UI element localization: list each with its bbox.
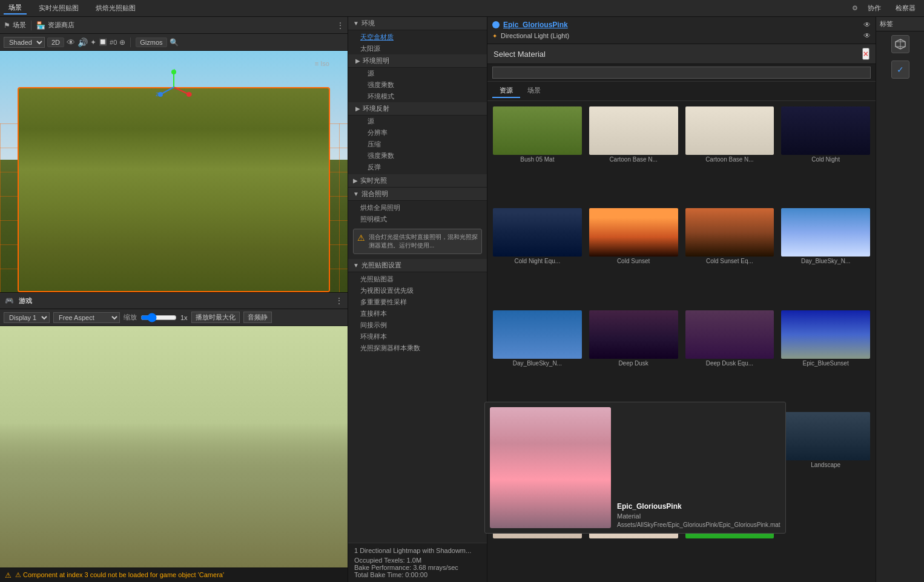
- ref-compression-row[interactable]: 压缩: [348, 139, 487, 150]
- selected-mat-name[interactable]: Epic_GloriousPink: [503, 21, 568, 29]
- multiple-importance-row[interactable]: 多重重要性采样: [348, 296, 487, 308]
- env-lighting-header[interactable]: ▶ 环境照明: [348, 54, 487, 68]
- mat-item-day-bluesky2[interactable]: Day_BlueSky_N...: [490, 307, 585, 408]
- scale-slider[interactable]: [140, 313, 177, 322]
- info-warning-icon: ⚠: [357, 233, 365, 243]
- indirect-samples-row[interactable]: 间接示例: [348, 319, 487, 331]
- lighting-mode-row[interactable]: 照明模式: [348, 214, 487, 225]
- top-bar-tab-collab[interactable]: 协作: [863, 2, 886, 14]
- store-label: 资源商店: [48, 21, 74, 30]
- mat-browser-close-btn[interactable]: ×: [862, 48, 870, 60]
- mat-thumb-epic-bluesunset: [781, 310, 870, 359]
- gizmos-btn[interactable]: Gizmos: [136, 38, 167, 47]
- prioritize-view-row[interactable]: 为视图设置优先级: [348, 285, 487, 296]
- direct-samples-row[interactable]: 直接样本: [348, 308, 487, 319]
- display-select[interactable]: Display 1: [4, 312, 50, 323]
- viewport-3d[interactable]: X Y Z ≡ Iso: [0, 51, 348, 292]
- mat-thumb-day-bluesky1: [781, 208, 870, 257]
- occupied-texels: Occupied Texels: 1.0M: [354, 557, 481, 564]
- env-intensity-row[interactable]: 强度乘数: [348, 79, 487, 91]
- mat-tab-assets[interactable]: 资源: [492, 84, 520, 98]
- selected-material-header: Epic_GloriousPink 👁 ✦ Directional Light …: [487, 17, 876, 44]
- game-more-icon[interactable]: ⋮: [335, 296, 343, 305]
- ref-bounces-row[interactable]: 反弹: [348, 162, 487, 173]
- env-reflections-header[interactable]: ▶ 环境反射: [348, 102, 487, 116]
- mat-browser-title-text: Select Material: [493, 50, 546, 59]
- maximize-btn[interactable]: 播放时最大化: [191, 312, 240, 323]
- mat-item-deep-dusk-eq[interactable]: Deep Dusk Equ...: [682, 307, 777, 408]
- environment-title: 环境: [361, 19, 375, 28]
- skybox-material-row[interactable]: 天空盒材质: [348, 31, 487, 43]
- mat-label-cold-sunset-eq: Cold Sunset Eq...: [685, 258, 774, 264]
- mat-item-bush[interactable]: Bush 05 Mat: [490, 103, 585, 204]
- dir-light-name[interactable]: Directional Light (Light): [501, 32, 569, 39]
- 2d-toggle[interactable]: 2D: [47, 38, 64, 47]
- mat-item-cold-sunset[interactable]: Cold Sunset: [586, 205, 681, 306]
- mat-item-landscape[interactable]: Landscape: [778, 409, 873, 509]
- mixed-lighting-header[interactable]: ▼ 混合照明: [348, 188, 487, 201]
- mat-tab-scene[interactable]: 场景: [520, 84, 548, 98]
- env-ref-label: 环境反射: [363, 104, 389, 113]
- env-source-row[interactable]: 源: [348, 68, 487, 79]
- mat-label-bush: Bush 05 Mat: [493, 156, 582, 163]
- sun-source-label: 太阳源: [360, 44, 482, 53]
- more-icon[interactable]: ⋮: [337, 21, 344, 30]
- scale-label: 缩放: [124, 313, 137, 322]
- mat-preview-name: Epic_GloriousPink: [617, 502, 780, 511]
- bake-gi-row[interactable]: 烘焙全局照明: [348, 202, 487, 214]
- mute-btn[interactable]: 音频静: [243, 312, 272, 323]
- mat-preview-thumb: [490, 407, 611, 528]
- env-samples-row[interactable]: 环境样本: [348, 331, 487, 342]
- top-bar-tab-inspector[interactable]: 检察器: [891, 2, 920, 14]
- dir-light-eye[interactable]: 👁: [863, 31, 871, 40]
- mat-color-dot: [492, 21, 500, 28]
- mat-eye-icon[interactable]: 👁: [863, 21, 871, 29]
- lightmap-settings-header[interactable]: ▼ 光照贴图设置: [348, 259, 487, 272]
- ref-resolution-row[interactable]: 分辨率: [348, 127, 487, 139]
- svg-text:X: X: [190, 91, 192, 97]
- top-bar-tab-scene[interactable]: 场景: [4, 2, 27, 15]
- mat-label-cold-sunset: Cold Sunset: [589, 258, 678, 264]
- mat-item-cold-night[interactable]: Cold Night: [778, 103, 873, 204]
- scene-icon: ⚑: [4, 21, 10, 30]
- ref-source-row[interactable]: 源: [348, 116, 487, 127]
- mat-item-cartoon1[interactable]: Cartoon Base N...: [586, 103, 681, 204]
- inspector-check-icon[interactable]: ✓: [891, 60, 909, 79]
- top-bar-tab-baked[interactable]: 烘焙光照贴图: [91, 2, 140, 14]
- environment-section-header[interactable]: ▼ 环境: [348, 17, 487, 30]
- mat-label-cartoon2: Cartoon Base N...: [685, 156, 774, 163]
- mixed-lighting-content: 烘焙全局照明 照明模式 ⚠ 混合灯光提供实时直接照明，混和光照探测器遮挡。运行时…: [348, 201, 487, 259]
- mat-item-cold-night-eq[interactable]: Cold Night Equ...: [490, 205, 585, 306]
- aspect-select[interactable]: Free Aspect: [53, 312, 120, 323]
- mat-item-cold-sunset-eq[interactable]: Cold Sunset Eq...: [682, 205, 777, 306]
- realtime-gi-header[interactable]: ▶ 实时光照: [348, 174, 487, 188]
- shading-mode-select[interactable]: Shaded: [4, 37, 45, 48]
- lightmap-arrow: ▼: [353, 262, 359, 269]
- viewport-game[interactable]: [0, 326, 348, 567]
- transform-icon: ⊕: [119, 38, 125, 47]
- mat-search-wrap: 🔍: [487, 64, 876, 82]
- shading-toolbar: Shaded 2D 👁 🔊 ✦ 🔲 #0 ⊕ Gizmos 🔍: [0, 34, 348, 51]
- env-intensity-label: 强度乘数: [368, 80, 482, 90]
- mat-item-deep-dusk[interactable]: Deep Dusk: [586, 307, 681, 408]
- mat-item-day-bluesky1[interactable]: Day_BlueSky_N...: [778, 205, 873, 306]
- total-bake-time: Total Bake Time: 0:00:00: [354, 571, 481, 578]
- mat-label-landscape: Landscape: [781, 462, 870, 468]
- mat-thumb-cold-sunset: [589, 208, 678, 257]
- mat-item-cartoon2[interactable]: Cartoon Base N...: [682, 103, 777, 204]
- mat-item-epic-bluesunset[interactable]: Epic_BlueSunset: [778, 307, 873, 408]
- top-bar-tab-realtime[interactable]: 实时光照贴图: [34, 2, 84, 14]
- mat-tabs: 资源 场景: [487, 82, 876, 101]
- lightprobe-samples-label: 光照探测器样本乘数: [360, 344, 482, 353]
- far-right-panel: 标签 ✓: [876, 17, 924, 582]
- mat-label-day-bluesky1: Day_BlueSky_N...: [781, 258, 870, 264]
- sun-source-row[interactable]: 太阳源: [348, 43, 487, 54]
- mat-search-input[interactable]: [492, 67, 871, 79]
- lightprobe-samples-row[interactable]: 光照探测器样本乘数: [348, 342, 487, 354]
- skybox-material-label: 天空盒材质: [360, 33, 482, 42]
- env-mode-row[interactable]: 环境模式: [348, 91, 487, 102]
- ref-intensity-row[interactable]: 强度乘数: [348, 150, 487, 162]
- lightmapper-row[interactable]: 光照贴图器: [348, 273, 487, 285]
- env-lighting-arrow: ▶: [355, 57, 360, 64]
- inspector-cube-icon[interactable]: [891, 35, 909, 53]
